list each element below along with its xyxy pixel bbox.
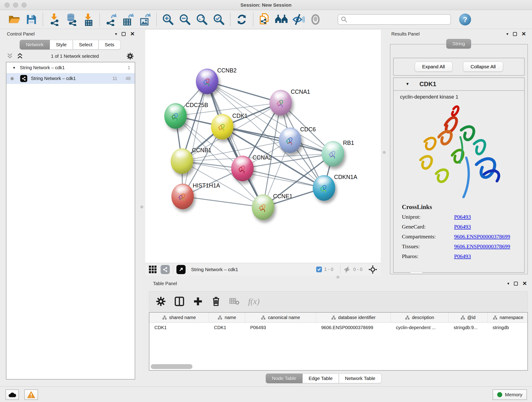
import-table-file-button[interactable] — [80, 11, 97, 28]
edge-CCNB2-HIST1H1A[interactable] — [183, 81, 207, 196]
network-node-HIST1H1A[interactable] — [171, 184, 194, 209]
network-collection-row[interactable]: ▼ String Network – cdk1 1 — [6, 62, 135, 73]
zoom-in-button[interactable] — [159, 11, 177, 28]
help-button[interactable]: ? — [459, 13, 471, 26]
zoom-selected-button[interactable] — [210, 11, 227, 28]
results-scrollbar-thumb[interactable] — [410, 272, 423, 274]
column-header-shared-name[interactable]: shared name — [149, 313, 209, 322]
tree-expand-icon[interactable]: ▼ — [12, 66, 16, 70]
maximize-window-button[interactable] — [22, 2, 27, 7]
open-session-button[interactable] — [6, 11, 23, 28]
memory-button[interactable]: Memory — [493, 389, 527, 400]
open-in-browser-icon[interactable] — [177, 265, 186, 274]
import-network-database-button[interactable] — [63, 11, 80, 28]
gear-icon[interactable] — [127, 52, 134, 60]
crosslink-value-link[interactable]: P06493 — [454, 214, 471, 220]
expand-all-button[interactable]: Expand All — [415, 62, 452, 72]
panel-menu-icon[interactable]: ▾ — [115, 32, 117, 36]
panel-menu-icon[interactable]: ▾ — [507, 281, 509, 286]
column-header-canonical-name[interactable]: canonical name — [245, 313, 316, 322]
network-node-CCNB1[interactable] — [171, 148, 193, 174]
horizontal-splitter-handle[interactable] — [336, 276, 339, 279]
hide-selected-button[interactable] — [290, 11, 307, 28]
network-node-CDK1[interactable] — [211, 114, 234, 140]
export-image-button[interactable] — [137, 11, 153, 28]
grid-view-icon[interactable] — [149, 266, 157, 273]
close-panel-icon[interactable]: ✕ — [521, 31, 526, 37]
apply-layout-button[interactable] — [233, 11, 250, 28]
string-network-badge-icon[interactable] — [161, 265, 170, 274]
column-header-name[interactable]: name — [209, 313, 245, 322]
hidden-items-icon[interactable] — [344, 266, 351, 273]
tab-network[interactable]: Network — [20, 40, 50, 50]
close-window-button[interactable] — [5, 2, 10, 7]
zoom-out-button[interactable] — [177, 11, 193, 28]
cloud-status-button[interactable] — [6, 389, 19, 400]
network-row[interactable]: String Network – cdk1 11 48 — [6, 73, 135, 84]
float-panel-icon[interactable] — [122, 32, 126, 36]
float-panel-icon[interactable] — [513, 32, 517, 36]
birds-eye-view-icon[interactable] — [368, 265, 377, 274]
tab-style[interactable]: Style — [50, 40, 73, 50]
delete-column-trash-icon[interactable] — [211, 296, 221, 306]
zoom-fit-button[interactable] — [193, 11, 210, 28]
left-splitter-handle[interactable] — [140, 206, 143, 208]
selected-nodes-checkbox[interactable] — [316, 267, 322, 272]
search-input[interactable] — [338, 14, 451, 25]
tab-select[interactable]: Select — [73, 40, 99, 50]
network-node-RB1[interactable] — [322, 141, 344, 167]
show-all-button[interactable] — [307, 11, 324, 28]
warnings-button[interactable] — [24, 389, 38, 400]
column-header-@id[interactable]: @id — [449, 313, 488, 322]
import-table-icon — [82, 13, 94, 26]
tab-sets[interactable]: Sets — [99, 40, 120, 50]
tab-node-table[interactable]: Node Table — [266, 374, 302, 383]
network-node-CCNA2[interactable] — [231, 156, 254, 181]
close-panel-icon[interactable]: ✕ — [522, 281, 527, 286]
table-row[interactable]: CDK1CDK1P064939606.ENSP00000378699cyclin… — [149, 323, 527, 332]
import-network-file-button[interactable] — [46, 11, 63, 28]
table-horizontal-scrollbar[interactable] — [151, 364, 192, 369]
column-header-description[interactable]: description — [391, 313, 449, 322]
show-columns-icon[interactable] — [174, 296, 184, 306]
network-node-CCNE1[interactable] — [252, 194, 274, 220]
crosslink-value-link[interactable]: P06493 — [454, 224, 471, 230]
first-neighbors-button[interactable] — [273, 11, 290, 28]
crosslink-value-link[interactable]: P06493 — [454, 253, 471, 259]
save-session-button[interactable] — [23, 11, 40, 28]
create-column-plus-icon[interactable] — [193, 297, 203, 306]
export-network-button[interactable] — [103, 11, 120, 28]
gene-card-header[interactable]: ▼ CDK1 — [394, 78, 524, 91]
collapse-gene-icon[interactable]: ▼ — [405, 82, 409, 86]
create-network-from-selection-button[interactable] — [256, 11, 273, 28]
tab-string[interactable]: String — [446, 39, 471, 49]
crosslink-value-link[interactable]: 9606.ENSP00000378699 — [454, 234, 510, 240]
network-node-CDC6[interactable] — [279, 128, 301, 153]
edge-HIST1H1A-CCNE1[interactable] — [183, 196, 263, 207]
close-panel-icon[interactable]: ✕ — [130, 31, 135, 37]
column-header-namespace[interactable]: namespace — [488, 313, 528, 322]
network-node-CCNA1[interactable] — [269, 90, 292, 115]
minimize-window-button[interactable] — [13, 2, 18, 7]
crosslink-value-link[interactable]: 9606.ENSP00000378699 — [454, 243, 510, 249]
expand-all-icon[interactable] — [17, 53, 23, 59]
node-table[interactable]: shared namenamecanonical namedatabase id… — [149, 312, 528, 370]
panel-menu-icon[interactable]: ▾ — [506, 32, 508, 36]
export-table-button[interactable] — [120, 11, 137, 28]
network-node-CDC25B[interactable] — [164, 103, 187, 129]
right-splitter-handle[interactable] — [383, 151, 386, 154]
delete-table-icon[interactable] — [229, 298, 239, 305]
network-node-CDKN1A[interactable] — [313, 175, 335, 201]
tab-network-table[interactable]: Network Table — [339, 374, 382, 383]
tab-edge-table[interactable]: Edge Table — [302, 374, 339, 383]
float-panel-icon[interactable] — [514, 282, 518, 286]
network-canvas[interactable]: CCNB2CCNA1CDC25BCDK1CDC6RB1CCNB1CCNA2CDK… — [145, 30, 381, 263]
function-builder-icon[interactable]: f(x) — [248, 297, 260, 306]
results-panel: Results Panel ▾ ✕ String Expand All Coll… — [388, 30, 530, 277]
collapse-all-button[interactable]: Collapse All — [463, 62, 503, 72]
table-settings-gear-icon[interactable] — [156, 297, 166, 306]
edge-CDK1-RB1[interactable] — [222, 127, 333, 154]
collapse-all-icon[interactable] — [6, 53, 13, 59]
column-header-database-identifier[interactable]: database identifier — [316, 313, 391, 322]
network-node-CCNB2[interactable] — [196, 69, 218, 94]
